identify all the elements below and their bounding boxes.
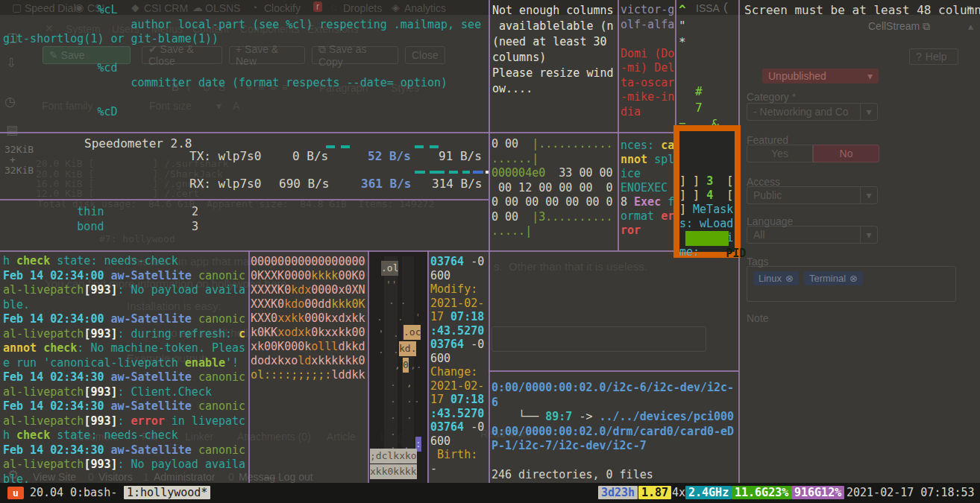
pane-border[interactable]: [368, 250, 369, 483]
image-art-glyph: ;dclkxko: [370, 449, 417, 464]
tx-sparkline-dash: [430, 145, 439, 148]
pane-errno-list[interactable]: nces: cannot spliceENOEXEC8 Exec format …: [618, 133, 678, 256]
image-art-glyph: .: [393, 343, 399, 358]
tx-current: 0 B/s: [292, 149, 328, 163]
pane-syslog[interactable]: h check state: needs-checkFeb 14 02:34:0…: [0, 250, 251, 487]
pane-resize-warning[interactable]: Not enough columns availablelable (n(nee…: [489, 0, 621, 136]
image-art-glyph: .: [377, 310, 383, 325]
pane-interface-counts[interactable]: thin 2 bond 3: [0, 199, 491, 256]
image-art-glyph: ,: [406, 376, 412, 390]
rx-sparkline-dash: [415, 171, 425, 174]
scattered-char: ": [679, 19, 686, 33]
memory-usage-indicator: 11.6G23%: [732, 486, 791, 499]
screen-width-warning: Screen must be at least 48 columns: [744, 3, 980, 17]
scattered-char: *: [679, 35, 686, 49]
ubuntu-logo-badge: u: [7, 487, 24, 499]
image-art-glyph: kd.: [399, 341, 416, 356]
image-art-glyph: . ': [398, 310, 421, 325]
image-art-glyph: .: [406, 392, 412, 407]
image-art-glyph: .: [390, 425, 396, 440]
image-art-glyph: . .: [414, 392, 427, 407]
image-art-glyph: .: [390, 376, 396, 390]
image-art-glyph: .: [378, 343, 384, 358]
tx-max: 91 B/s: [439, 149, 482, 163]
rx-interface-label: RX: wlp7s0: [189, 177, 261, 191]
window-tab-hollywood[interactable]: 1:hollywood*: [124, 486, 210, 499]
tx-interface-label: TX: wlp7s0: [189, 149, 261, 163]
byobu-terminal: %cL author local-part (see %cl) respecti…: [0, 0, 980, 503]
rx-average: 361 B/s: [361, 177, 411, 191]
tx-sparkline-dash: [415, 145, 424, 148]
pane-git-log-help[interactable]: %cL author local-part (see %cl) respecti…: [0, 0, 491, 135]
rx-current: 690 B/s: [279, 177, 329, 191]
scattered-char: 7: [695, 101, 703, 115]
image-art-glyph: ,.: [410, 358, 422, 373]
pane-device-tree[interactable]: 0:00/0000:00:02.0/i2c-6/i2c-dev/i2c-6 └─…: [489, 370, 741, 493]
load-average-indicator: 1.87: [638, 486, 671, 499]
rx-max: 314 B/s: [432, 177, 482, 191]
tx-average: 52 B/s: [368, 149, 411, 163]
tx-sparkline-dash: [326, 145, 335, 148]
image-art-glyph: ,: [395, 358, 401, 373]
image-art-glyph: .: [390, 392, 396, 407]
pane-hexdump[interactable]: 0 00 |.................|000004e0 33 00 0…: [489, 133, 621, 255]
cpu-frequency-indicator: 2.4GHz: [685, 486, 732, 499]
image-art-glyph: '': [386, 277, 398, 292]
pane-screen-warning[interactable]: [738, 0, 980, 483]
uptime-indicator: 3d23h: [598, 486, 638, 499]
clock: 2021-02-17 07:18:53: [846, 486, 975, 499]
pane-border[interactable]: [489, 0, 490, 483]
scattered-char: ^: [679, 2, 686, 16]
image-art-glyph: 0: [403, 358, 409, 373]
pid-column-header: PID: [685, 231, 729, 246]
image-art-glyph: xkk0kkkk: [370, 464, 417, 479]
pane-border[interactable]: [618, 0, 619, 250]
image-art-glyph: .oc: [403, 325, 421, 340]
release-version: 20.04: [30, 486, 63, 499]
pane-border[interactable]: [248, 250, 250, 483]
pane-ascii-art[interactable]: 000000000000000000KXXK0000kkkk00K0XXXXK0…: [248, 250, 370, 487]
scattered-char: #: [695, 84, 703, 98]
rx-sparkline-dash: [462, 171, 470, 174]
image-art-glyph: . .: [389, 294, 406, 309]
cpu-count: 4x: [672, 486, 685, 499]
pane-border[interactable]: [0, 132, 675, 133]
pane-border[interactable]: [489, 370, 738, 372]
pane-border[interactable]: [0, 250, 738, 252]
speedometer-title: Speedometer 2.8: [84, 136, 192, 151]
tx-sparkline-dash: [341, 145, 350, 148]
zoom-highlight-box: ] ] 3 [] ] 4 [] MeTasks: wLoad aveUptime…: [673, 125, 741, 258]
window-tab-bash[interactable]: 0:bash-: [70, 486, 117, 499]
pane-border[interactable]: [427, 250, 429, 483]
pid-label: PID: [726, 247, 746, 260]
pane-file-stat[interactable]: 03764 -0600Modify:2021-02-17 07:18:43.52…: [427, 250, 491, 487]
byobu-status-bar: u 20.04 0:bash- 1:hollywood* 3d23h 1.87 …: [0, 483, 980, 503]
image-art-glyph: .: [393, 326, 399, 341]
pane-phonetic-alphabet[interactable]: victor-golf-alfa Domi (Do-mi) Delta-osca…: [618, 0, 678, 136]
rx-sparkline-dash: [449, 171, 458, 174]
image-art-glyph: .: [390, 408, 396, 423]
rx-sparkline-dash: [473, 171, 483, 174]
image-art-glyph: ': [378, 326, 384, 341]
image-art-glyph: .ol: [381, 261, 398, 276]
disk-usage-indicator: 916G12%: [791, 486, 844, 499]
pane-image-art[interactable]: .ol''. ... ''..oc..kd.,0,..,... ....., :…: [368, 250, 427, 483]
image-art-glyph: .: [406, 408, 412, 423]
pane-border[interactable]: [0, 199, 489, 200]
rx-sparkline-dash: [430, 171, 445, 174]
